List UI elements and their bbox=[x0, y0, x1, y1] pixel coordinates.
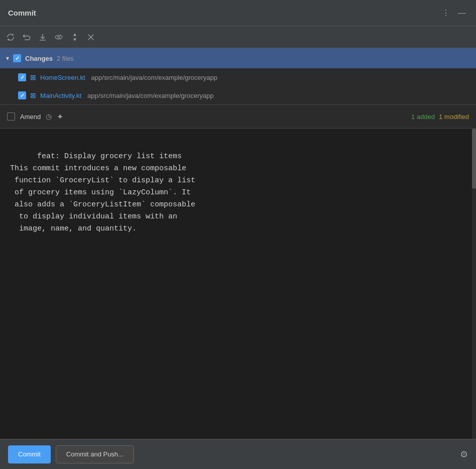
file-item-homescreen[interactable]: ⊠ HomeScreen.kt app/src/main/java/com/ex… bbox=[0, 68, 476, 86]
files-count: 2 files bbox=[57, 55, 74, 62]
scrollbar-track bbox=[472, 129, 476, 439]
amend-left: Amend ◷ ✦ bbox=[7, 112, 63, 122]
footer: Commit Commit and Push... ⚙ bbox=[0, 439, 476, 469]
mainactivity-filename: MainActivity.kt bbox=[40, 92, 81, 99]
toolbar bbox=[0, 26, 476, 48]
footer-right: ⚙ bbox=[460, 449, 468, 460]
refresh-icon[interactable] bbox=[6, 33, 15, 42]
homescreen-filename: HomeScreen.kt bbox=[40, 74, 85, 81]
amend-right: 1 added 1 modified bbox=[411, 113, 469, 121]
mainactivity-checkbox[interactable] bbox=[18, 91, 26, 99]
modified-file-icon: ⊠ bbox=[30, 73, 36, 81]
download-icon[interactable] bbox=[38, 33, 47, 42]
commit-push-button[interactable]: Commit and Push... bbox=[56, 445, 134, 463]
commit-button[interactable]: Commit bbox=[8, 445, 51, 463]
changes-label: Changes bbox=[25, 55, 53, 62]
modified-badge: 1 modified bbox=[439, 113, 469, 121]
commit-subject: feat: Display grocery list items bbox=[37, 152, 182, 161]
added-badge: 1 added bbox=[411, 113, 435, 121]
homescreen-checkbox[interactable] bbox=[18, 73, 26, 81]
window-title: Commit bbox=[8, 9, 36, 17]
more-menu-button[interactable]: ⋮ bbox=[440, 7, 452, 19]
mainactivity-filepath: app/src/main/java/com/example/groceryapp bbox=[87, 92, 213, 99]
title-bar-left: Commit bbox=[8, 9, 36, 17]
title-bar-right: ⋮ — bbox=[440, 7, 468, 19]
undo-icon[interactable] bbox=[22, 33, 31, 42]
amend-checkbox[interactable] bbox=[7, 112, 15, 121]
file-item-mainactivity[interactable]: ⊠ MainActivity.kt app/src/main/java/com/… bbox=[0, 86, 476, 104]
changes-section: ▾ Changes 2 files ⊠ HomeScreen.kt app/sr… bbox=[0, 48, 476, 104]
commit-message-text: feat: Display grocery list items This co… bbox=[10, 139, 466, 247]
amend-row: Amend ◷ ✦ 1 added 1 modified bbox=[0, 104, 476, 129]
commit-message-area[interactable]: feat: Display grocery list items This co… bbox=[0, 129, 476, 439]
title-bar: Commit ⋮ — bbox=[0, 0, 476, 26]
history-icon[interactable]: ◷ bbox=[46, 112, 52, 121]
modified-file-icon-2: ⊠ bbox=[30, 91, 36, 99]
amend-label: Amend bbox=[20, 113, 41, 121]
changes-header[interactable]: ▾ Changes 2 files bbox=[0, 48, 476, 68]
svg-point-0 bbox=[55, 35, 62, 39]
minimize-button[interactable]: — bbox=[456, 8, 468, 19]
commit-window: Commit ⋮ — ▾ Changes bbox=[0, 0, 476, 469]
sort-icon[interactable] bbox=[70, 33, 79, 42]
scrollbar-thumb[interactable] bbox=[472, 129, 476, 189]
commit-body: This commit introduces a new composable … bbox=[10, 164, 195, 233]
settings-icon[interactable]: ⚙ bbox=[460, 449, 468, 459]
homescreen-filepath: app/src/main/java/com/example/groceryapp bbox=[91, 74, 217, 81]
changes-checkbox[interactable] bbox=[13, 54, 21, 62]
eye-icon[interactable] bbox=[54, 33, 63, 42]
chevron-down-icon: ▾ bbox=[6, 55, 9, 62]
add-icon[interactable]: ✦ bbox=[57, 112, 63, 122]
close-toolbar-icon[interactable] bbox=[86, 33, 95, 42]
svg-point-1 bbox=[58, 36, 60, 38]
